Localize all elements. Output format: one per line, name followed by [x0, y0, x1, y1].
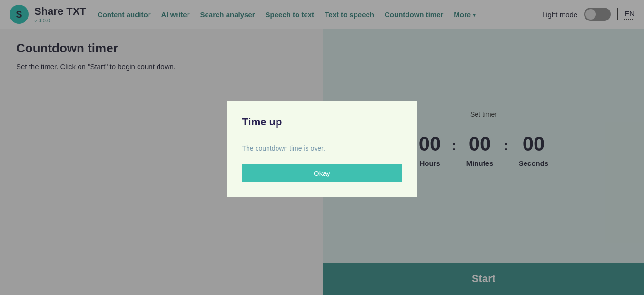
okay-button[interactable]: Okay — [242, 164, 402, 182]
modal-message: The countdown time is over. — [242, 144, 402, 152]
modal-overlay[interactable]: Time up The countdown time is over. Okay — [0, 0, 644, 295]
modal: Time up The countdown time is over. Okay — [227, 101, 417, 197]
modal-title: Time up — [242, 116, 402, 128]
